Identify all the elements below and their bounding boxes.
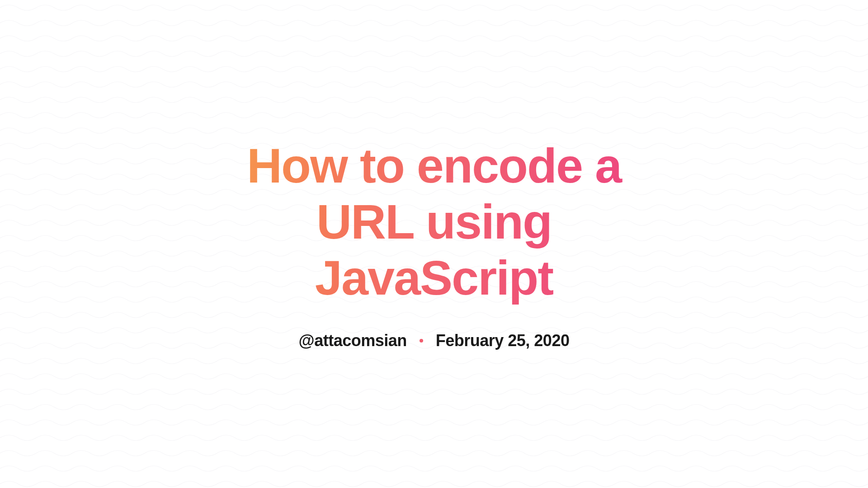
article-title: How to encode a URL using JavaScript	[203, 138, 665, 306]
article-author: @attacomsian	[299, 331, 407, 350]
separator-dot-icon	[420, 339, 423, 343]
article-date: February 25, 2020	[436, 331, 570, 350]
content-container: How to encode a URL using JavaScript @at…	[185, 138, 683, 351]
article-meta: @attacomsian February 25, 2020	[203, 331, 665, 350]
